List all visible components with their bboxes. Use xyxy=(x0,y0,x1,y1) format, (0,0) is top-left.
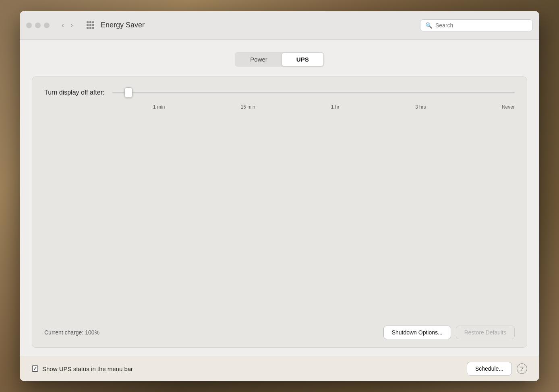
tick-label-15min: 15 min xyxy=(241,104,255,110)
ups-panel: Turn display off after: 1 min 15 min 1 h… xyxy=(32,76,527,348)
tab-bar: Power UPS xyxy=(235,52,324,67)
footer-bar: ✓ Show UPS status in the menu bar Schedu… xyxy=(20,356,539,381)
footer-right: Schedule... ? xyxy=(467,362,527,375)
main-window: ‹ › Energy Saver 🔍 Power UPS Turn displa… xyxy=(20,11,539,381)
bottom-buttons: Shutdown Options... Restore Defaults xyxy=(383,326,515,339)
checkbox-row: ✓ Show UPS status in the menu bar xyxy=(32,365,133,372)
show-ups-checkbox[interactable]: ✓ xyxy=(32,365,38,372)
slider-row: Turn display off after: xyxy=(44,89,515,96)
grid-icon[interactable] xyxy=(87,21,94,29)
back-button[interactable]: ‹ xyxy=(59,19,66,31)
close-button[interactable] xyxy=(26,23,32,28)
slider-wrapper xyxy=(112,92,515,93)
tab-power[interactable]: Power xyxy=(236,53,282,66)
show-ups-label: Show UPS status in the menu bar xyxy=(42,365,133,372)
maximize-button[interactable] xyxy=(44,23,50,28)
forward-button[interactable]: › xyxy=(68,19,75,31)
tick-label-never: Never xyxy=(502,104,515,110)
tick-label-1hr: 1 hr xyxy=(331,104,340,110)
nav-arrows: ‹ › xyxy=(59,19,75,31)
bottom-row: Current charge: 100% Shutdown Options...… xyxy=(44,318,515,339)
titlebar: ‹ › Energy Saver 🔍 xyxy=(20,11,539,40)
slider-thumb[interactable] xyxy=(124,87,133,98)
tab-ups[interactable]: UPS xyxy=(282,53,323,66)
schedule-button[interactable]: Schedule... xyxy=(467,362,512,375)
traffic-lights xyxy=(26,23,50,28)
slider-container xyxy=(112,92,515,93)
minimize-button[interactable] xyxy=(35,23,41,28)
tick-label-1min: 1 min xyxy=(153,104,165,110)
search-input[interactable] xyxy=(435,22,528,29)
help-button[interactable]: ? xyxy=(517,363,527,374)
window-title: Energy Saver xyxy=(101,21,420,29)
slider-track xyxy=(112,92,515,93)
search-box[interactable]: 🔍 xyxy=(420,19,533,31)
content-area: Power UPS Turn display off after: 1 min xyxy=(20,40,539,356)
current-charge-label: Current charge: 100% xyxy=(44,329,99,336)
shutdown-options-button[interactable]: Shutdown Options... xyxy=(383,326,451,339)
slider-label: Turn display off after: xyxy=(44,89,104,96)
search-icon: 🔍 xyxy=(425,22,432,29)
restore-defaults-button: Restore Defaults xyxy=(456,326,515,339)
tick-label-3hrs: 3 hrs xyxy=(415,104,426,110)
